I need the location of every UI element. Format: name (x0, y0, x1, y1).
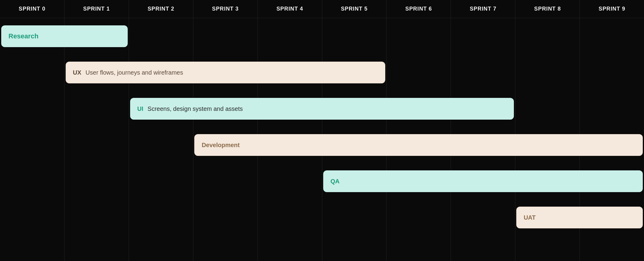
sprint-header-2: SPRINT 2 (129, 0, 193, 18)
sprint-header-7: SPRINT 7 (451, 0, 515, 18)
bar-qa-label: QA (330, 178, 340, 185)
bar-ux: UXUser flows, journeys and wireframes (66, 62, 385, 83)
sprint-header-8: SPRINT 8 (515, 0, 580, 18)
bar-uat: UAT (516, 207, 643, 228)
bar-qa: QA (323, 170, 643, 192)
sprint-header-4: SPRINT 4 (258, 0, 322, 18)
sprint-header-1: SPRINT 1 (64, 0, 129, 18)
bar-ux-label: UX (73, 69, 81, 76)
bar-ui-sublabel: Screens, design system and assets (148, 105, 243, 112)
sprint-header: SPRINT 0SPRINT 1SPRINT 2SPRINT 3SPRINT 4… (0, 0, 644, 18)
sprint-header-5: SPRINT 5 (322, 0, 387, 18)
gantt-body: ResearchUXUser flows, journeys and wiref… (0, 18, 644, 261)
bar-research-label: Research (8, 32, 38, 40)
bar-development: Development (194, 134, 643, 156)
bar-ui: UIScreens, design system and assets (130, 98, 514, 120)
bar-research: Research (1, 25, 128, 47)
sprint-header-3: SPRINT 3 (193, 0, 258, 18)
bar-development-label: Development (202, 142, 240, 149)
sprint-header-6: SPRINT 6 (386, 0, 451, 18)
gantt-chart: SPRINT 0SPRINT 1SPRINT 2SPRINT 3SPRINT 4… (0, 0, 644, 261)
sprint-header-9: SPRINT 9 (580, 0, 644, 18)
bar-ui-label: UI (137, 105, 143, 112)
bar-uat-label: UAT (524, 214, 536, 221)
sprint-header-0: SPRINT 0 (0, 0, 64, 18)
bar-ux-sublabel: User flows, journeys and wireframes (86, 69, 183, 76)
